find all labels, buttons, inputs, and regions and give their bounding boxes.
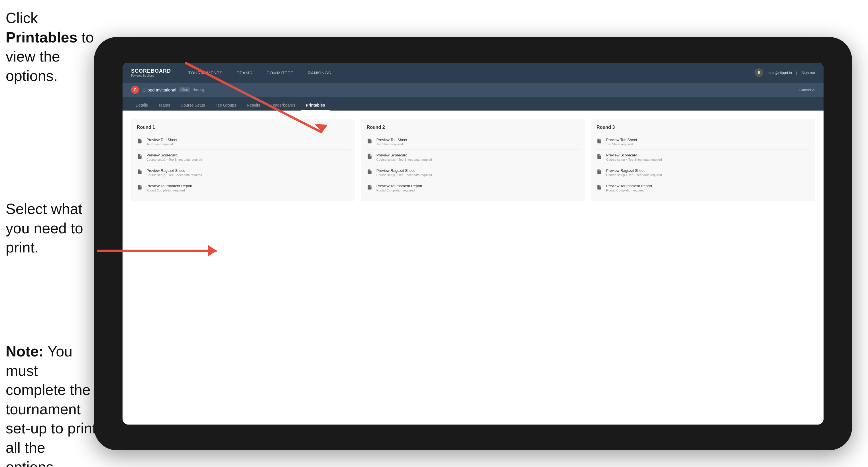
- round3-raguzzi-title: Preview Raguzzi Sheet: [606, 168, 662, 173]
- round1-tee-sheet-subtitle: Tee Sheet required: [147, 143, 177, 146]
- document-icon: [596, 184, 603, 191]
- round3-scorecard-subtitle: Course setup + Tee Sheet data required: [606, 158, 662, 161]
- avatar: B: [754, 68, 763, 77]
- round1-scorecard[interactable]: Preview Scorecard Course setup + Tee She…: [137, 150, 350, 165]
- round-2-column: Round 2 Preview Tee Sheet Tee Sheet requ…: [361, 119, 585, 201]
- round3-scorecard[interactable]: Preview Scorecard Course setup + Tee She…: [596, 150, 809, 165]
- round2-scorecard-text: Preview Scorecard Course setup + Tee She…: [376, 153, 432, 161]
- nav-committee[interactable]: COMMITTEE: [264, 69, 297, 76]
- round3-tee-sheet[interactable]: Preview Tee Sheet Tee Sheet required: [596, 134, 809, 150]
- document-icon: [137, 169, 144, 176]
- top-navigation: SCOREBOARD Powered by clippd TOURNAMENTS…: [123, 63, 824, 83]
- document-icon: [596, 154, 603, 160]
- round2-tee-sheet-text: Preview Tee Sheet Tee Sheet required: [376, 137, 407, 146]
- round3-tee-sheet-title: Preview Tee Sheet: [606, 137, 637, 142]
- round3-tee-sheet-text: Preview Tee Sheet Tee Sheet required: [606, 137, 637, 146]
- sub-navigation: Details Teams Course Setup Tee Groups Re…: [123, 97, 824, 111]
- round2-scorecard[interactable]: Preview Scorecard Course setup + Tee She…: [367, 150, 580, 165]
- document-icon: [367, 138, 374, 145]
- round2-raguzzi-title: Preview Raguzzi Sheet: [376, 168, 432, 173]
- document-icon: [137, 184, 144, 191]
- round1-report-title: Preview Tournament Report: [147, 184, 192, 188]
- round1-report-text: Preview Tournament Report Round Completi…: [147, 184, 192, 192]
- tab-details[interactable]: Details: [131, 101, 152, 111]
- tablet-screen: SCOREBOARD Powered by clippd TOURNAMENTS…: [123, 63, 824, 425]
- round1-raguzzi-title: Preview Raguzzi Sheet: [147, 168, 202, 173]
- main-content: Round 1 Preview Tee Sheet Tee Sheet requ…: [123, 111, 824, 425]
- tablet-device: SCOREBOARD Powered by clippd TOURNAMENTS…: [94, 37, 852, 450]
- round2-tee-sheet[interactable]: Preview Tee Sheet Tee Sheet required: [367, 134, 580, 150]
- round2-tee-sheet-title: Preview Tee Sheet: [376, 137, 407, 142]
- round1-scorecard-subtitle: Course setup + Tee Sheet data required: [147, 158, 202, 161]
- tab-leaderboards[interactable]: Leaderboards: [266, 101, 300, 111]
- round2-report-title: Preview Tournament Report: [376, 184, 422, 188]
- document-icon: [596, 169, 603, 176]
- round-3-column: Round 3 Preview Tee Sheet Tee Sheet requ…: [591, 119, 815, 201]
- round1-scorecard-title: Preview Scorecard: [147, 153, 202, 157]
- round3-raguzzi-subtitle: Course setup + Tee Sheet data required: [606, 173, 662, 177]
- round1-tournament-report[interactable]: Preview Tournament Report Round Completi…: [137, 180, 350, 195]
- round2-report-text: Preview Tournament Report Round Completi…: [376, 184, 422, 192]
- round1-tee-sheet-title: Preview Tee Sheet: [147, 137, 177, 142]
- rounds-container: Round 1 Preview Tee Sheet Tee Sheet requ…: [131, 119, 815, 201]
- document-icon: [137, 138, 144, 145]
- round2-scorecard-title: Preview Scorecard: [376, 153, 432, 157]
- round1-scorecard-text: Preview Scorecard Course setup + Tee She…: [147, 153, 202, 161]
- round2-raguzzi-subtitle: Course setup + Tee Sheet data required: [376, 173, 432, 177]
- logo-title: SCOREBOARD: [131, 68, 171, 74]
- round2-tee-sheet-subtitle: Tee Sheet required: [376, 143, 407, 146]
- round2-tournament-report[interactable]: Preview Tournament Report Round Completi…: [367, 180, 580, 195]
- round-1-title: Round 1: [137, 125, 350, 130]
- tab-results[interactable]: Results: [242, 101, 265, 111]
- round3-report-title: Preview Tournament Report: [606, 184, 652, 188]
- scoreboard-logo: SCOREBOARD Powered by clippd: [131, 68, 171, 77]
- document-icon: [367, 184, 374, 191]
- document-icon: [367, 169, 374, 176]
- nav-rankings[interactable]: RANKINGS: [305, 69, 334, 76]
- round3-raguzzi-text: Preview Raguzzi Sheet Course setup + Tee…: [606, 168, 662, 177]
- round3-tournament-report[interactable]: Preview Tournament Report Round Completi…: [596, 180, 809, 195]
- nav-teams[interactable]: TEAMS: [234, 69, 255, 76]
- round3-scorecard-title: Preview Scorecard: [606, 153, 662, 157]
- tournament-name: Clippd Invitational: [143, 88, 176, 92]
- round2-raguzzi-text: Preview Raguzzi Sheet Course setup + Tee…: [376, 168, 432, 177]
- round1-report-subtitle: Round Completion required: [147, 189, 192, 192]
- nav-links: TOURNAMENTS TEAMS COMMITTEE RANKINGS: [185, 69, 754, 76]
- tournament-logo: C: [131, 86, 139, 94]
- nav-user: B blair@clippd.io | Sign out: [754, 68, 815, 77]
- document-icon: [137, 154, 144, 160]
- instruction-middle-text: Select what you need to print.: [6, 200, 83, 256]
- nav-tournaments[interactable]: TOURNAMENTS: [185, 69, 225, 76]
- tournament-status: Hosting: [193, 88, 204, 92]
- round1-tee-sheet-text: Preview Tee Sheet Tee Sheet required: [147, 137, 177, 146]
- printables-bold: Printables: [6, 29, 77, 45]
- document-icon: [596, 138, 603, 145]
- round3-scorecard-text: Preview Scorecard Course setup + Tee She…: [606, 153, 662, 161]
- round-2-title: Round 2: [367, 125, 580, 130]
- logo-subtitle: Powered by clippd: [131, 74, 171, 77]
- instruction-top: Click Printables to view the options.: [6, 8, 97, 86]
- round-1-column: Round 1 Preview Tee Sheet Tee Sheet requ…: [131, 119, 355, 201]
- round3-report-subtitle: Round Completion required: [606, 189, 652, 192]
- instruction-middle: Select what you need to print.: [6, 199, 97, 257]
- round3-tee-sheet-subtitle: Tee Sheet required: [606, 143, 637, 146]
- round1-raguzzi[interactable]: Preview Raguzzi Sheet Course setup + Tee…: [137, 165, 350, 180]
- instruction-bottom: Note: You must complete the tournament s…: [6, 342, 97, 467]
- tab-tee-groups[interactable]: Tee Groups: [211, 101, 241, 111]
- round1-raguzzi-text: Preview Raguzzi Sheet Course setup + Tee…: [147, 168, 202, 177]
- round3-raguzzi[interactable]: Preview Raguzzi Sheet Course setup + Tee…: [596, 165, 809, 180]
- tab-teams[interactable]: Teams: [154, 101, 175, 111]
- round1-tee-sheet[interactable]: Preview Tee Sheet Tee Sheet required: [137, 134, 350, 150]
- round2-report-subtitle: Round Completion required: [376, 189, 422, 192]
- round-3-title: Round 3: [596, 125, 809, 130]
- round1-raguzzi-subtitle: Course setup + Tee Sheet data required: [147, 173, 202, 177]
- sign-out-link[interactable]: Sign out: [801, 71, 815, 75]
- tab-printables[interactable]: Printables: [301, 101, 330, 111]
- note-text: You must complete the tournament set-up …: [6, 343, 96, 467]
- cancel-button[interactable]: Cancel ✕: [799, 88, 815, 92]
- tab-course-setup[interactable]: Course Setup: [176, 101, 210, 111]
- user-email: blair@clippd.io: [767, 71, 792, 75]
- note-bold: Note:: [6, 343, 43, 360]
- round2-raguzzi[interactable]: Preview Raguzzi Sheet Course setup + Tee…: [367, 165, 580, 180]
- document-icon: [367, 154, 374, 160]
